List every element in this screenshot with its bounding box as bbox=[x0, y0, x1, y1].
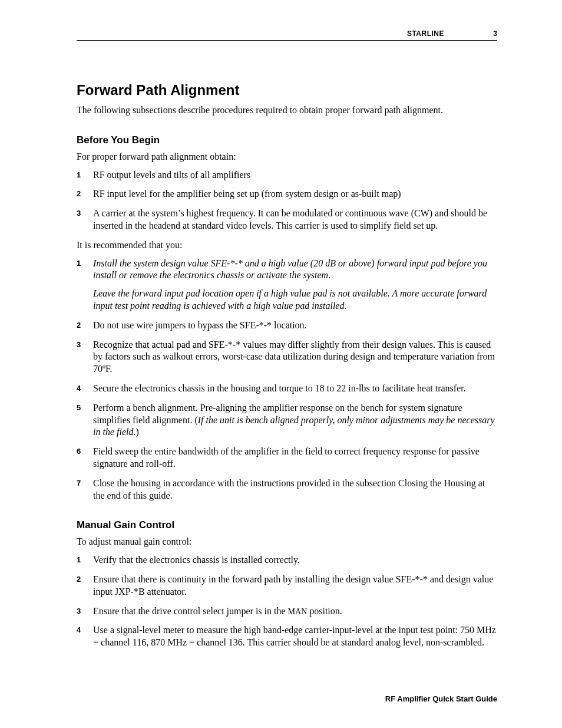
list-item: 1RF output levels and tilts of all ampli… bbox=[77, 169, 497, 182]
header-brand: STARLINE bbox=[407, 29, 444, 38]
list-text: RF input level for the amplifier being s… bbox=[93, 188, 497, 200]
list-text: Use a signal-level meter to measure the … bbox=[93, 624, 497, 649]
list-number: 2 bbox=[77, 319, 93, 332]
list-text: Verify that the electronics chassis is i… bbox=[93, 554, 497, 566]
list-text: Recognize that actual pad and SFE-*-* va… bbox=[93, 339, 497, 375]
list-text: Secure the electronics chassis in the ho… bbox=[93, 383, 497, 395]
list-paragraph: Install the system design value SFE-*-* … bbox=[93, 258, 497, 282]
list-number: 4 bbox=[77, 624, 93, 649]
list-number: 2 bbox=[77, 574, 93, 598]
list-item: 2Do not use wire jumpers to bypass the S… bbox=[77, 319, 497, 332]
list-text: Field sweep the entire bandwidth of the … bbox=[93, 446, 497, 470]
list-item: 4Secure the electronics chassis in the h… bbox=[77, 383, 497, 395]
list-number: 1 bbox=[77, 169, 93, 182]
list-number: 2 bbox=[77, 188, 93, 200]
list-item: 7Close the housing in accordance with th… bbox=[77, 477, 497, 502]
list-item: 3Recognize that actual pad and SFE-*-* v… bbox=[77, 339, 497, 375]
page-header: STARLINE 3 bbox=[77, 29, 497, 41]
list-item: 4Use a signal-level meter to measure the… bbox=[77, 624, 497, 649]
section-title: Forward Path Alignment bbox=[77, 82, 497, 98]
before-title: Before You Begin bbox=[77, 134, 497, 146]
section-intro: The following subsections describe proce… bbox=[77, 104, 497, 117]
list-number: 1 bbox=[77, 258, 93, 312]
list-paragraph: Leave the forward input pad location ope… bbox=[93, 288, 497, 312]
list-item: 3A carrier at the system’s highest frequ… bbox=[77, 207, 497, 232]
page: STARLINE 3 Forward Path Alignment The fo… bbox=[0, 0, 562, 728]
list-number: 7 bbox=[77, 477, 93, 502]
list-paragraph: Do not use wire jumpers to bypass the SF… bbox=[93, 319, 497, 332]
list-number: 5 bbox=[77, 402, 93, 439]
recommend-intro: It is recommended that you: bbox=[77, 239, 497, 252]
list-number: 3 bbox=[77, 339, 93, 375]
list-item: 3Ensure that the drive control select ju… bbox=[77, 605, 497, 618]
manual-intro: To adjust manual gain control: bbox=[77, 536, 497, 548]
list-number: 1 bbox=[77, 554, 93, 566]
list-number: 3 bbox=[77, 207, 93, 232]
manual-steps-list: 1Verify that the electronics chassis is … bbox=[77, 554, 497, 649]
obtain-list: 1RF output levels and tilts of all ampli… bbox=[77, 169, 497, 232]
list-paragraph: Secure the electronics chassis in the ho… bbox=[93, 383, 497, 395]
recommend-list: 1Install the system design value SFE-*-*… bbox=[77, 258, 497, 502]
list-paragraph: Close the housing in accordance with the… bbox=[93, 477, 497, 502]
list-number: 3 bbox=[77, 605, 93, 618]
list-item: 6Field sweep the entire bandwidth of the… bbox=[77, 446, 497, 470]
list-text: Perform a bench alignment. Pre-aligning … bbox=[93, 402, 497, 439]
list-paragraph: Perform a bench alignment. Pre-aligning … bbox=[93, 402, 497, 439]
page-footer: RF Amplifier Quick Start Guide bbox=[385, 694, 497, 703]
list-text: RF output levels and tilts of all amplif… bbox=[93, 169, 497, 182]
list-number: 6 bbox=[77, 446, 93, 470]
list-text: Ensure that there is continuity in the f… bbox=[93, 574, 497, 598]
list-paragraph: Recognize that actual pad and SFE-*-* va… bbox=[93, 339, 497, 375]
list-text: Ensure that the drive control select jum… bbox=[93, 605, 497, 618]
list-item: 2RF input level for the amplifier being … bbox=[77, 188, 497, 200]
list-item: 5Perform a bench alignment. Pre-aligning… bbox=[77, 402, 497, 439]
list-item: 1Verify that the electronics chassis is … bbox=[77, 554, 497, 566]
list-text: Do not use wire jumpers to bypass the SF… bbox=[93, 319, 497, 332]
list-text: Close the housing in accordance with the… bbox=[93, 477, 497, 502]
manual-title: Manual Gain Control bbox=[77, 519, 497, 531]
before-intro: For proper forward path alignment obtain… bbox=[77, 151, 497, 163]
header-page-number: 3 bbox=[444, 29, 497, 38]
list-item: 1Install the system design value SFE-*-*… bbox=[77, 258, 497, 312]
list-text: Install the system design value SFE-*-* … bbox=[93, 258, 497, 312]
list-paragraph: Field sweep the entire bandwidth of the … bbox=[93, 446, 497, 470]
list-number: 4 bbox=[77, 383, 93, 395]
list-item: 2Ensure that there is continuity in the … bbox=[77, 574, 497, 598]
list-text: A carrier at the system’s highest freque… bbox=[93, 207, 497, 232]
